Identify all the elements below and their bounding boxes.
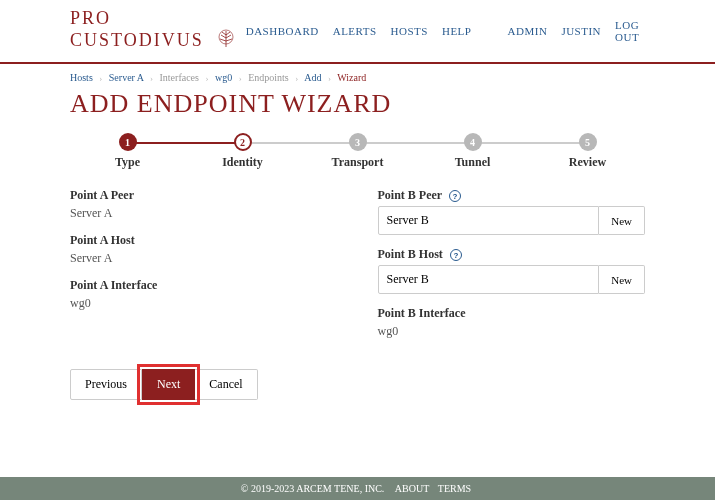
top-bar: PRO CUSTODIVUS DASHBOARD ALERTS HOSTS HE… [0,0,715,64]
nav-help[interactable]: HELP [442,25,472,37]
next-button[interactable]: Next [142,369,195,400]
point-a-host-value: Server A [70,251,338,266]
brand-text: PRO CUSTODIVUS [70,8,204,50]
point-b-peer-input[interactable] [378,206,600,235]
point-a-host-label: Point A Host [70,233,338,248]
point-a-interface-value: wg0 [70,296,338,311]
point-a-peer-value: Server A [70,206,338,221]
help-icon[interactable]: ? [449,190,461,202]
point-a-interface-label: Point A Interface [70,278,338,293]
point-b-interface-value: wg0 [378,324,646,339]
wizard-buttons: Previous Next Cancel [70,369,645,400]
step-3-circle: 3 [349,133,367,151]
page-title: ADD ENDPOINT WIZARD [70,89,645,119]
nav-dashboard[interactable]: DASHBOARD [246,25,319,37]
point-a-column: Point A Peer Server A Point A Host Serve… [70,188,338,351]
point-b-column: Point B Peer ? New Point B Host ? New [378,188,646,351]
point-b-host-new-button[interactable]: New [599,265,645,294]
step-2-circle: 2 [234,133,252,151]
top-nav: DASHBOARD ALERTS HOSTS HELP ADMIN JUSTIN… [246,19,645,43]
point-b-peer-new-button[interactable]: New [599,206,645,235]
crumb-endpoints: Endpoints [248,72,289,83]
point-b-host-label: Point B Host ? [378,247,646,262]
step-review: 5 Review [530,133,645,170]
step-4-circle: 4 [464,133,482,151]
crumb-hosts[interactable]: Hosts [70,72,93,83]
crumb-server-a[interactable]: Server A [109,72,144,83]
nav-hosts[interactable]: HOSTS [391,25,428,37]
point-b-host-input[interactable] [378,265,600,294]
previous-button[interactable]: Previous [70,369,142,400]
step-type[interactable]: 1 Type [70,133,185,170]
nav-admin[interactable]: ADMIN [508,25,548,37]
crumb-add[interactable]: Add [304,72,321,83]
crumb-interfaces: Interfaces [160,72,199,83]
crumb-wizard: Wizard [337,72,366,83]
crumb-wg0[interactable]: wg0 [215,72,232,83]
nav-logout[interactable]: LOG OUT [615,19,645,43]
brand-logo[interactable]: PRO CUSTODIVUS [70,8,246,54]
breadcrumb: Hosts › Server A › Interfaces › wg0 › En… [70,72,645,83]
step-5-circle: 5 [579,133,597,151]
step-transport: 3 Transport [300,133,415,170]
point-b-peer-label: Point B Peer ? [378,188,646,203]
help-icon[interactable]: ? [450,249,462,261]
wizard-stepper: 1 Type 2 Identity 3 Transport 4 Tunnel 5… [70,133,645,170]
step-tunnel: 4 Tunnel [415,133,530,170]
step-1-circle: 1 [119,133,137,151]
point-b-interface-label: Point B Interface [378,306,646,321]
cancel-button[interactable]: Cancel [195,369,257,400]
brand-tree-icon [216,29,236,54]
nav-user[interactable]: JUSTIN [561,25,601,37]
step-identity[interactable]: 2 Identity [185,133,300,170]
point-a-peer-label: Point A Peer [70,188,338,203]
nav-alerts[interactable]: ALERTS [333,25,377,37]
